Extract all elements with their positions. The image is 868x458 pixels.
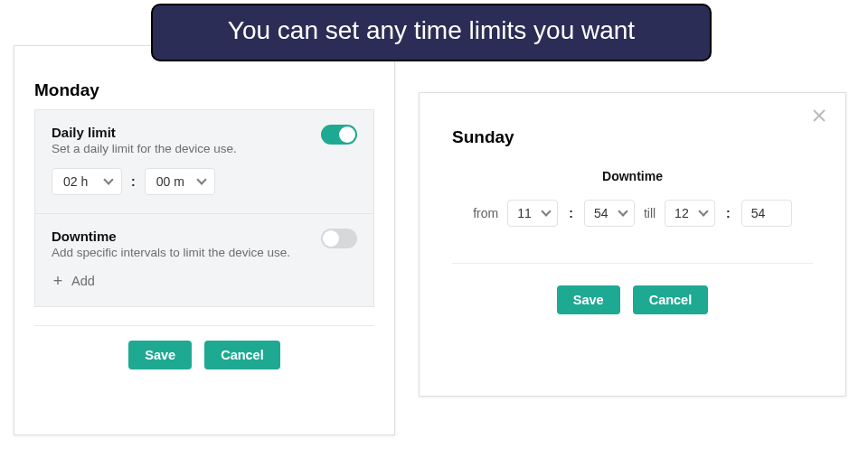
till-hour-value: 12 <box>675 206 689 220</box>
monday-button-row: Save Cancel <box>34 341 374 369</box>
downtime-title: Downtime <box>52 229 290 244</box>
close-icon <box>811 107 827 124</box>
downtime-add-button[interactable]: Add <box>52 274 357 288</box>
downtime-add-label: Add <box>71 274 95 288</box>
promo-banner-text: You can set any time limits you want <box>228 16 635 44</box>
till-label: till <box>644 206 656 220</box>
close-button[interactable] <box>811 107 827 124</box>
daily-limit-minutes-value: 00 m <box>156 174 184 189</box>
till-min-select[interactable]: 54 <box>741 200 792 227</box>
toggle-knob <box>323 230 339 247</box>
downtime-interval-row: from 11 : 54 till 12 : 54 <box>447 200 818 227</box>
daily-limit-toggle[interactable] <box>321 125 357 145</box>
chevron-down-icon <box>698 206 708 216</box>
till-hour-select[interactable]: 12 <box>665 200 715 227</box>
from-label: from <box>473 206 498 220</box>
sunday-title: Sunday <box>452 127 818 147</box>
monday-panel: Daily limit Set a daily limit for the de… <box>34 109 374 307</box>
daily-limit-section: Daily limit Set a daily limit for the de… <box>35 110 373 214</box>
downtime-toggle[interactable] <box>321 229 357 248</box>
from-hour-value: 11 <box>517 206 532 220</box>
plus-icon <box>52 275 64 287</box>
divider <box>34 325 374 326</box>
daily-limit-title: Daily limit <box>52 125 237 140</box>
from-min-select[interactable]: 54 <box>584 200 635 227</box>
till-min-value: 54 <box>751 206 766 220</box>
cancel-button[interactable]: Cancel <box>204 341 280 369</box>
monday-card: Monday Daily limit Set a daily limit for… <box>14 45 395 435</box>
daily-limit-hours-value: 02 h <box>63 174 88 189</box>
from-min-value: 54 <box>594 206 609 220</box>
sunday-card: Sunday Downtime from 11 : 54 till 12 : 5… <box>419 92 846 397</box>
time-separator: : <box>567 206 575 220</box>
time-separator: : <box>724 206 732 220</box>
chevron-down-icon <box>542 206 552 216</box>
daily-limit-desc: Set a daily limit for the device use. <box>52 142 237 155</box>
downtime-section: Downtime Add specific intervals to limit… <box>35 214 373 306</box>
time-separator: : <box>129 174 137 189</box>
sunday-button-row: Save Cancel <box>447 285 818 314</box>
from-hour-select[interactable]: 11 <box>507 200 558 227</box>
chevron-down-icon <box>618 206 627 216</box>
save-button[interactable]: Save <box>128 341 192 369</box>
toggle-knob <box>339 126 355 143</box>
divider <box>452 263 813 264</box>
daily-limit-time-row: 02 h : 00 m <box>52 168 357 195</box>
chevron-down-icon <box>196 174 206 184</box>
monday-title: Monday <box>34 80 374 100</box>
sunday-downtime-label: Downtime <box>447 169 818 183</box>
cancel-button[interactable]: Cancel <box>633 285 709 314</box>
downtime-desc: Add specific intervals to limit the devi… <box>52 246 290 259</box>
daily-limit-minutes-select[interactable]: 00 m <box>145 168 215 195</box>
chevron-down-icon <box>103 174 113 184</box>
save-button[interactable]: Save <box>557 285 620 314</box>
promo-banner: You can set any time limits you want <box>151 4 712 61</box>
daily-limit-hours-select[interactable]: 02 h <box>52 168 122 195</box>
